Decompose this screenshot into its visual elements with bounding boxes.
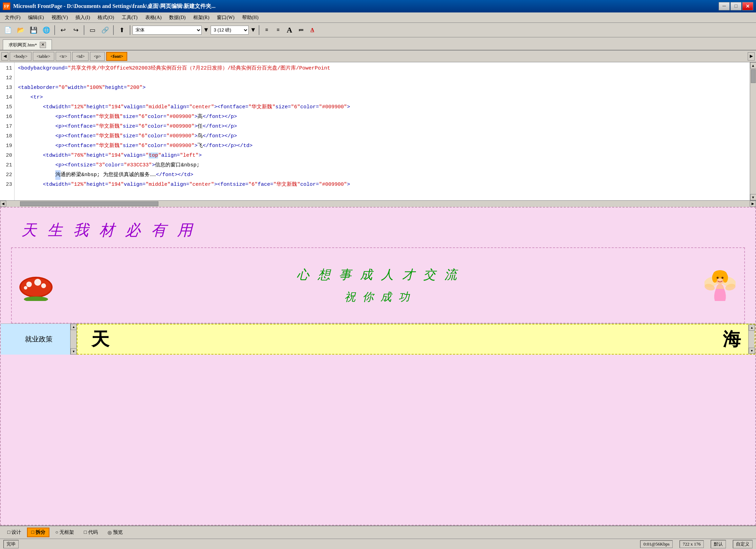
preview-view-btn[interactable]: ◎ 预览 (104, 528, 127, 537)
minimize-button[interactable]: ─ (719, 2, 730, 10)
font-size-large-button[interactable]: A (284, 26, 295, 35)
cell-scroll-v: ▲ ▼ (70, 324, 76, 355)
line-num-16: 16 (2, 112, 12, 122)
undo-button[interactable]: ↩ (57, 25, 69, 36)
line-num-20: 20 (2, 151, 12, 161)
line-num-21: 21 (2, 161, 12, 170)
code-line-22: 沟通的桥梁&nbsp; 为您提供真诚的服务……</font></td> (18, 170, 746, 180)
preview-center-text: 心 想 事 成 人 才 交 流 祝 你 成 功 (60, 248, 696, 323)
hscroll-thumb[interactable] (20, 201, 158, 206)
tab-title: 求职网页.htm* (9, 42, 37, 48)
menu-tools[interactable]: 工具(T) (118, 13, 141, 22)
menu-help[interactable]: 帮助(H) (239, 13, 262, 22)
tag-td[interactable]: <td> (72, 52, 89, 61)
editor-scrollbar-vertical[interactable]: ▲ ▼ (750, 62, 756, 200)
view-mode-bar: □ 设计 □ 拆分 ○ 无框架 □ 代码 ◎ 预览 (0, 525, 756, 539)
toolbar: 📄 📂 💾 🌐 ↩ ↪ ▭ 🔗 ⬆ 宋体 ▼ 3 (12 磅) ▼ ≡ ≡ A … (0, 23, 756, 37)
font-dropdown-btn[interactable]: ▼ (203, 25, 210, 36)
hscroll-right-btn[interactable]: ▶ (750, 201, 756, 207)
menu-table[interactable]: 表格(A) (142, 13, 165, 22)
save-button[interactable]: 💾 (28, 25, 39, 36)
tag-nav-left[interactable]: ◀ (1, 52, 8, 61)
split-icon: □ (31, 530, 34, 535)
hscroll-track (6, 201, 750, 207)
preview-cell-left-text: 就业政策 (25, 335, 53, 344)
line-num-17: 17 (2, 122, 12, 131)
code-line-15: <td width="12%" height="194" valign="mid… (18, 102, 746, 112)
preview-char-hai: 海 (723, 327, 741, 351)
scroll-thumb[interactable] (751, 69, 756, 83)
open-button[interactable]: 📂 (15, 25, 27, 36)
redo-button[interactable]: ↪ (70, 25, 82, 36)
menu-edit[interactable]: 编辑(E) (25, 13, 47, 22)
design-view-btn[interactable]: □ 设计 (3, 528, 25, 537)
window-controls: ─ □ ✕ (719, 2, 753, 10)
main-scroll-down[interactable]: ▼ (749, 348, 755, 354)
main-container: 文件(F) 编辑(E) 视图(V) 插入(I) 格式(O) 工具(T) 表格(A… (0, 12, 756, 549)
toolbar-sep5 (259, 25, 259, 35)
tag-nav-right[interactable]: ▶ (748, 52, 755, 61)
noframe-label: 无框架 (59, 529, 74, 536)
font-color-button[interactable]: A (307, 26, 317, 35)
preview-middle-row: 心 想 事 成 人 才 交 流 祝 你 成 功 (11, 247, 745, 323)
code-view-btn[interactable]: □ 代码 (80, 528, 101, 537)
menu-insert[interactable]: 插入(I) (72, 13, 93, 22)
document-tab[interactable]: 求职网页.htm* ✕ (3, 39, 52, 50)
preview-main-title: 天 生 我 材 必 有 用 (11, 213, 745, 247)
tag-table[interactable]: <table> (33, 52, 54, 61)
preview-top: 天 生 我 材 必 有 用 (1, 208, 755, 247)
menu-format[interactable]: 格式(O) (94, 13, 117, 22)
size-dropdown-btn[interactable]: ▼ (250, 25, 257, 36)
maximize-button[interactable]: □ (730, 2, 741, 10)
link-button[interactable]: 🔗 (99, 25, 111, 36)
cell-scroll-down[interactable]: ▼ (71, 348, 77, 355)
menu-view[interactable]: 视图(V) (48, 13, 71, 22)
tab-close-button[interactable]: ✕ (40, 42, 46, 48)
code-icon: □ (84, 530, 86, 535)
editor-inner: 11 12 13 14 15 16 17 18 19 20 21 22 23 <… (0, 62, 756, 200)
svg-point-4 (26, 282, 32, 287)
design-icon: □ (7, 530, 10, 535)
mushroom-icon (19, 270, 53, 301)
align-center-button[interactable]: ≡ (273, 26, 283, 35)
menu-frames[interactable]: 框架(R) (190, 13, 213, 22)
main-scroll-up[interactable]: ▲ (749, 324, 755, 331)
menu-data[interactable]: 数据(D) (166, 13, 189, 22)
frame-button[interactable]: ▭ (86, 25, 98, 36)
align-left-button[interactable]: ≡ (261, 26, 272, 35)
preview-content: 天 生 我 材 必 有 用 (0, 207, 756, 525)
list-button[interactable]: ≔ (296, 26, 306, 35)
status-custom: 自定义 (733, 540, 753, 548)
editor-scrollbar-horizontal: ◀ ▶ (0, 200, 756, 207)
size-select[interactable]: 3 (12 磅) (211, 26, 249, 35)
tag-body[interactable]: <body> (10, 52, 31, 61)
tag-tr[interactable]: <tr> (56, 52, 71, 61)
preview-button[interactable]: 🌐 (40, 25, 52, 36)
preview-icon: ◎ (108, 530, 112, 536)
preview-panel: 天 生 我 材 必 有 用 (0, 207, 756, 525)
code-line-16: <p><font face="华文新魏" size="6" color="#00… (18, 112, 746, 122)
line-num-13: 13 (2, 83, 12, 93)
line-numbers: 11 12 13 14 15 16 17 18 19 20 21 22 23 (0, 62, 15, 200)
menu-window[interactable]: 窗口(W) (213, 13, 238, 22)
toolbar-sep2 (84, 25, 84, 35)
noframe-view-btn[interactable]: ○ 无框架 (52, 528, 78, 537)
split-view-btn[interactable]: □ 拆分 (27, 528, 49, 537)
svg-point-18 (717, 277, 719, 279)
title-text: Microsoft FrontPage - D:\Documents and S… (13, 3, 215, 10)
hscroll-left-btn[interactable]: ◀ (0, 201, 6, 207)
code-editor: 11 12 13 14 15 16 17 18 19 20 21 22 23 <… (0, 62, 756, 207)
close-button[interactable]: ✕ (742, 2, 753, 10)
menu-file[interactable]: 文件(F) (1, 13, 24, 22)
code-line-23: <td width="12%" height="194" valign="mid… (18, 180, 746, 190)
publish-button[interactable]: ⬆ (116, 25, 128, 36)
font-select[interactable]: 宋体 (132, 26, 202, 35)
scroll-down-btn[interactable]: ▼ (750, 194, 756, 200)
svg-point-8 (24, 296, 48, 301)
tag-p[interactable]: <p> (90, 52, 105, 61)
code-text-area[interactable]: <body background="共享文件夹/中文Office%202003经… (15, 62, 750, 200)
new-button[interactable]: 📄 (2, 25, 14, 36)
cell-scroll-up[interactable]: ▲ (71, 324, 77, 330)
scroll-up-btn[interactable]: ▲ (750, 62, 756, 68)
tag-font[interactable]: <font> (106, 52, 127, 61)
